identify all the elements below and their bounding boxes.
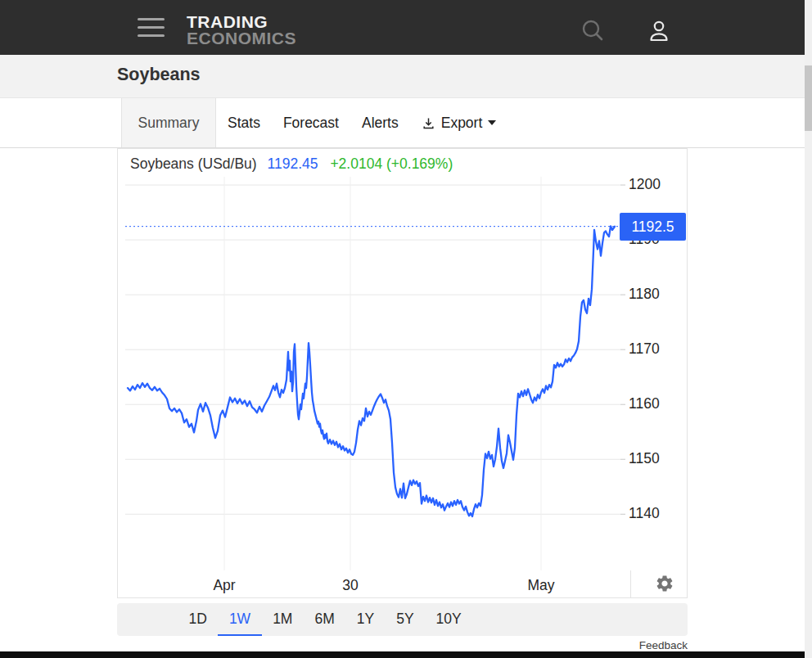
page: TRADING ECONOMICS Soybeans SummaryStatsF… [0,0,812,658]
tab-label: Alerts [362,115,399,132]
range-button-1m[interactable]: 1M [262,603,304,636]
range-button-1w[interactable]: 1W [218,603,261,636]
tab-bar: SummaryStatsForecastAlertsExport [0,98,805,148]
download-icon [422,116,435,130]
tab-label: Summary [138,115,200,132]
range-button-10y[interactable]: 10Y [425,603,472,636]
chart-legend: Soybeans (USd/Bu) 1192.45 +2.0104 (+0.16… [130,155,453,173]
page-title: Soybeans [117,65,201,85]
feedback-link[interactable]: Feedback [639,639,688,651]
user-account-icon[interactable] [645,18,673,46]
range-button-1d[interactable]: 1D [178,603,218,636]
tab-label: Stats [228,115,260,132]
search-icon[interactable] [580,18,607,46]
hamburger-menu-icon[interactable] [138,18,165,38]
tab-stats[interactable]: Stats [216,98,272,147]
tab-label: Forecast [283,115,339,132]
logo-line2: ECONOMICS [187,29,296,47]
price-line-chart[interactable] [124,176,688,570]
y-axis-tick-label: 1180 [629,286,660,303]
tab-label: Export [441,115,483,132]
tab-alerts[interactable]: Alerts [350,98,410,147]
x-axis-tick-label: May [527,577,554,594]
current-price-badge: 1192.5 [620,213,686,241]
y-axis-tick-label: 1170 [629,340,660,358]
page-scrollbar[interactable] [805,0,812,658]
x-axis-tick-label: 30 [342,577,358,594]
tab-forecast[interactable]: Forecast [272,98,350,147]
tab-export[interactable]: Export [410,98,508,147]
chart-card: Soybeans (USd/Bu) 1192.45 +2.0104 (+0.16… [117,148,688,598]
time-range-bar: 1D1W1M6M1Y5Y10Y [117,603,688,636]
range-button-1y[interactable]: 1Y [345,603,385,636]
y-axis-tick-label: 1150 [629,450,660,467]
y-axis-tick-label: 1160 [629,395,660,412]
footer-bar [0,651,805,658]
chart-settings-gear-icon[interactable] [655,574,674,593]
axis-divider [630,570,631,597]
trading-economics-logo[interactable]: TRADING ECONOMICS [187,13,296,47]
price-change-value: +2.0104 (+0.169%) [330,155,453,172]
scrollbar-thumb[interactable] [805,65,812,131]
y-axis-tick-label: 1140 [629,505,660,522]
last-price-value: 1192.45 [268,155,318,172]
caret-down-icon [488,120,496,125]
top-navbar: TRADING ECONOMICS [0,0,805,55]
tab-summary[interactable]: Summary [121,98,216,147]
range-button-5y[interactable]: 5Y [386,603,425,636]
range-button-6m[interactable]: 6M [304,603,345,636]
y-axis-tick-label: 1200 [629,176,661,193]
tabs-container: SummaryStatsForecastAlertsExport [121,98,508,147]
title-strip: Soybeans [0,55,805,98]
x-axis-tick-label: Apr [213,577,235,594]
logo-line1: TRADING [187,13,296,30]
instrument-label: Soybeans (USd/Bu) [130,155,257,172]
